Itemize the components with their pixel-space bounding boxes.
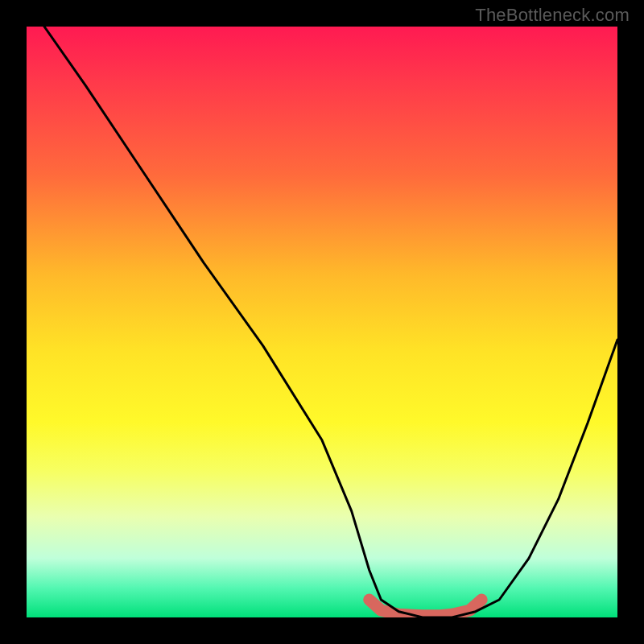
chart-container: TheBottleneck.com xyxy=(0,0,644,644)
watermark-text: TheBottleneck.com xyxy=(475,5,630,26)
optimal-start-dot xyxy=(365,595,374,605)
plot-area xyxy=(27,27,617,617)
bottleneck-curve-line xyxy=(44,27,617,617)
chart-svg xyxy=(27,27,617,617)
